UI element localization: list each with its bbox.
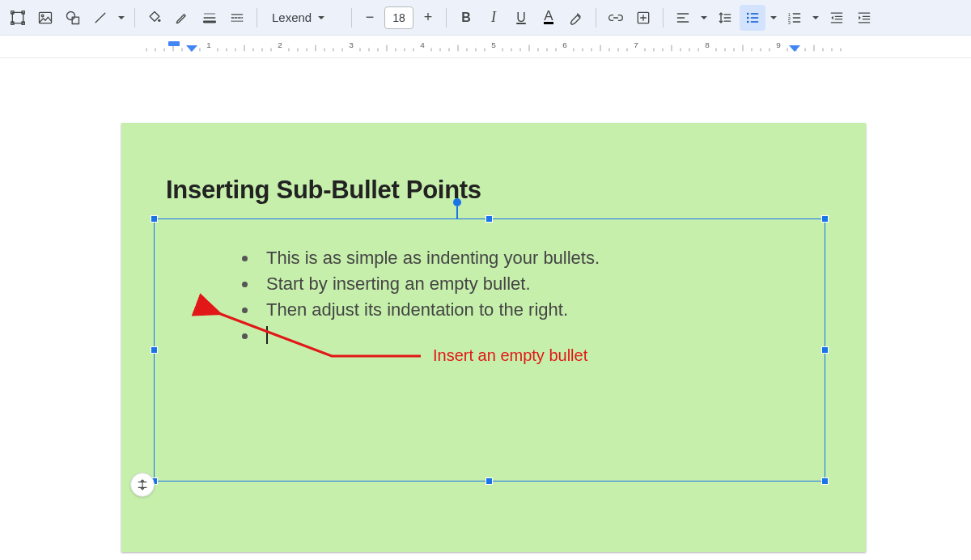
right-indent-marker[interactable]: [789, 45, 800, 52]
border-weight-button[interactable]: [197, 5, 223, 31]
svg-point-25: [747, 12, 749, 15]
increase-indent-button[interactable]: [851, 5, 877, 31]
border-dash-button[interactable]: [224, 5, 250, 31]
italic-button[interactable]: I: [481, 5, 507, 31]
numbered-list-button[interactable]: 123: [782, 5, 808, 31]
svg-text:4: 4: [420, 41, 425, 50]
separator: [446, 8, 447, 28]
svg-text:1: 1: [206, 41, 211, 50]
border-color-button[interactable]: [169, 5, 195, 31]
ruler-ticks: 123456789: [121, 36, 971, 57]
line-menu-caret[interactable]: [115, 14, 128, 22]
svg-text:2: 2: [278, 41, 282, 50]
svg-point-9: [158, 19, 160, 21]
align-menu-caret[interactable]: [698, 14, 710, 22]
separator: [596, 8, 596, 28]
svg-point-7: [67, 11, 75, 19]
font-family-select[interactable]: Lexend: [264, 11, 345, 24]
font-family-label: Lexend: [272, 11, 312, 24]
bold-button[interactable]: B: [453, 5, 479, 31]
fill-color-button[interactable]: [142, 5, 167, 31]
chevron-down-icon: [315, 14, 328, 22]
separator: [351, 8, 352, 28]
formatting-toolbar: Lexend − + B I U A 123: [0, 0, 971, 36]
left-indent-marker[interactable]: [186, 45, 197, 52]
increase-font-button[interactable]: +: [417, 6, 439, 29]
horizontal-ruler[interactable]: 123456789: [0, 36, 971, 58]
decrease-font-button[interactable]: −: [358, 6, 381, 29]
align-button[interactable]: [670, 5, 696, 31]
select-tool-button[interactable]: [5, 5, 31, 31]
bulleted-list-menu-caret[interactable]: [767, 14, 780, 22]
line-button[interactable]: [87, 5, 113, 31]
svg-text:6: 6: [562, 41, 567, 50]
svg-point-27: [747, 20, 749, 23]
line-spacing-button[interactable]: [712, 5, 738, 31]
svg-rect-8: [72, 17, 78, 23]
svg-text:3: 3: [788, 19, 791, 24]
highlight-button[interactable]: [563, 5, 589, 31]
svg-text:5: 5: [491, 41, 496, 50]
svg-text:8: 8: [705, 41, 710, 50]
svg-rect-5: [40, 12, 52, 23]
svg-point-26: [747, 16, 749, 19]
separator: [663, 8, 664, 28]
insert-link-button[interactable]: [603, 5, 629, 31]
image-button[interactable]: [32, 5, 58, 31]
svg-text:9: 9: [776, 41, 781, 50]
decrease-indent-button[interactable]: [824, 5, 850, 31]
numbered-list-menu-caret[interactable]: [809, 14, 822, 22]
text-color-button[interactable]: A: [536, 5, 562, 31]
bulleted-list-button[interactable]: [740, 5, 765, 31]
underline-button[interactable]: U: [508, 5, 534, 31]
font-size-input[interactable]: [384, 6, 413, 29]
svg-text:3: 3: [349, 41, 354, 50]
svg-point-6: [41, 15, 44, 17]
font-size-group: − +: [358, 6, 439, 29]
insert-comment-button[interactable]: [630, 5, 656, 31]
separator: [257, 8, 257, 28]
first-line-indent-marker[interactable]: [168, 41, 180, 46]
separator: [134, 8, 135, 28]
svg-text:7: 7: [634, 41, 638, 50]
shape-button[interactable]: [60, 5, 86, 31]
